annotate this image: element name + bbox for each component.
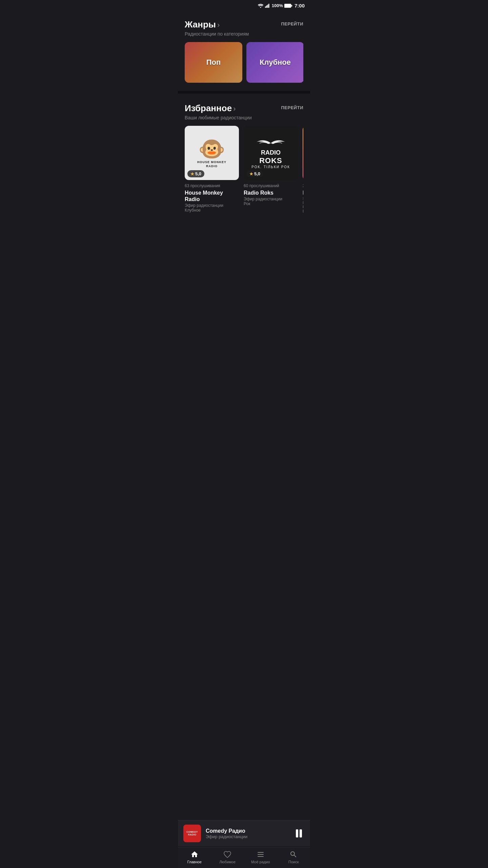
- genres-subtitle: Радиостанции по категориям: [185, 31, 303, 37]
- lines-icon: [257, 850, 265, 859]
- battery-icon: [284, 4, 292, 8]
- station-thumb-roks: RADIO ROKS РОК. ТІЛЬКИ РОК ★ 5,0: [244, 126, 298, 180]
- battery-percentage: 100%: [272, 3, 283, 8]
- genres-link[interactable]: ПЕРЕЙТИ: [281, 21, 304, 26]
- record-info: SLIDER/MAG...: [303, 197, 303, 201]
- svg-rect-2: [267, 4, 268, 7]
- nav-item-home[interactable]: Главное: [178, 850, 211, 864]
- svg-rect-10: [258, 852, 264, 853]
- now-playing-name: Comedy Радио: [206, 828, 293, 834]
- favorites-arrow[interactable]: ›: [233, 104, 236, 113]
- genre-scroll: Поп Клубное: [185, 42, 303, 84]
- pause-button[interactable]: [293, 828, 305, 839]
- monkey-face-icon: 🐵: [198, 138, 225, 160]
- nav-item-favorites[interactable]: Любимое: [211, 850, 244, 864]
- nav-label-myradio: Моё радио: [251, 860, 270, 864]
- record-station: Радио Рекор...: [303, 205, 303, 209]
- wifi-icon: [258, 3, 264, 8]
- status-bar: 100% 7:00: [178, 0, 310, 10]
- genre-label-club: Клубное: [260, 58, 291, 67]
- favorites-scroll: 🐵 HOUSE MONKEY RADIO ★ 5,0 63 прослушива…: [185, 126, 303, 215]
- svg-rect-11: [258, 854, 264, 855]
- main-content: Жанры› ПЕРЕЙТИ Радиостанции по категория…: [178, 10, 310, 249]
- nav-item-myradio[interactable]: Моё радио: [244, 850, 277, 864]
- genres-arrow[interactable]: ›: [217, 21, 220, 29]
- section-divider: [178, 91, 310, 94]
- monkey-plays: 63 прослушивания: [185, 183, 239, 188]
- nav-item-search[interactable]: Поиск: [277, 850, 310, 864]
- record-plays: 2762 прослу...: [303, 183, 303, 188]
- roks-genre: Рок: [244, 201, 298, 206]
- nav-label-search: Поиск: [288, 860, 299, 864]
- genres-title-group: Жанры›: [185, 19, 220, 30]
- roks-plays: 60 прослушиваний: [244, 183, 298, 188]
- now-playing-subtitle: Эфир радиостанции: [206, 834, 293, 839]
- station-card-roks[interactable]: RADIO ROKS РОК. ТІЛЬКИ РОК ★ 5,0 60 прос…: [244, 126, 298, 214]
- svg-rect-0: [265, 6, 266, 8]
- bottom-nav: Главное Любимое Моё радио Поиск: [178, 847, 310, 868]
- svg-rect-3: [268, 4, 269, 8]
- star-icon-roks: ★: [249, 172, 253, 176]
- genre-label-pop: Поп: [206, 58, 221, 67]
- record-mix: Megamix #6...: [303, 201, 303, 205]
- record-name: Record Me: [303, 190, 303, 196]
- genres-section: Жанры› ПЕРЕЙТИ Радиостанции по категория…: [178, 10, 310, 91]
- roks-logo: RADIO ROKS РОК. ТІЛЬКИ РОК: [248, 134, 293, 172]
- monkey-logo: 🐵 HOUSE MONKEY RADIO: [197, 138, 226, 168]
- genres-title: Жанры: [185, 19, 216, 29]
- genre-card-club[interactable]: Клубное: [246, 42, 303, 83]
- station-thumb-monkey: 🐵 HOUSE MONKEY RADIO ★ 5,0: [185, 126, 239, 180]
- status-icons: 100% 7:00: [258, 3, 305, 8]
- svg-rect-1: [266, 5, 267, 8]
- favorites-link[interactable]: ПЕРЕЙТИ: [281, 105, 304, 110]
- roks-subtitle: РОК. ТІЛЬКИ РОК: [251, 165, 290, 169]
- favorites-title-group: Избранное›: [185, 103, 236, 114]
- monkey-info: Эфир радиостанции: [185, 203, 239, 208]
- pause-bar-left: [296, 829, 298, 837]
- roks-name: ROKS: [259, 156, 282, 165]
- svg-rect-4: [284, 4, 291, 7]
- home-icon: [190, 850, 199, 859]
- station-thumb-record: MEG MI ★ 4,2: [303, 126, 303, 180]
- roks-wings-icon: [254, 137, 288, 149]
- record-genre: Клубное: [303, 209, 303, 214]
- svg-rect-12: [258, 856, 264, 857]
- favorites-section: Избранное› ПЕРЕЙТИ Ваши любимые радиоста…: [178, 94, 310, 222]
- roks-title: RADIO: [261, 149, 281, 156]
- roks-name-label: Radio Roks: [244, 190, 298, 196]
- station-card-monkey[interactable]: 🐵 HOUSE MONKEY RADIO ★ 5,0 63 прослушива…: [185, 126, 239, 214]
- station-card-record[interactable]: MEG MI ★ 4,2 2762 прослу... Record Me SL…: [303, 126, 303, 214]
- nav-label-favorites: Любимое: [219, 860, 236, 864]
- monkey-name: House Monkey Radio: [185, 190, 239, 202]
- now-playing-bar[interactable]: COMEDYRADIO Comedy Радио Эфир радиостанц…: [178, 820, 310, 846]
- now-playing-info: Comedy Радио Эфир радиостанции: [206, 828, 293, 839]
- star-icon: ★: [190, 172, 194, 176]
- search-icon: [289, 850, 298, 859]
- genres-header: Жанры› ПЕРЕЙТИ: [185, 19, 303, 30]
- favorites-title: Избранное: [185, 103, 232, 113]
- signal-icon: [265, 3, 270, 8]
- pause-bar-right: [300, 829, 302, 837]
- favorites-header: Избранное› ПЕРЕЙТИ: [185, 103, 303, 114]
- monkey-genre: Клубное: [185, 208, 239, 213]
- genre-card-pop[interactable]: Поп: [185, 42, 242, 83]
- svg-rect-5: [291, 5, 292, 6]
- heart-icon: [223, 850, 231, 859]
- roks-rating: ★ 5,0: [246, 170, 263, 177]
- monkey-rating: ★ 5,0: [187, 170, 204, 177]
- roks-info: Эфир радиостанции: [244, 197, 298, 201]
- now-playing-thumb: COMEDYRADIO: [183, 825, 201, 842]
- nav-label-home: Главное: [187, 860, 202, 864]
- comedy-logo: COMEDYRADIO: [186, 831, 198, 836]
- clock-time: 7:00: [294, 3, 305, 8]
- favorites-subtitle: Ваши любимые радиостанции: [185, 115, 303, 120]
